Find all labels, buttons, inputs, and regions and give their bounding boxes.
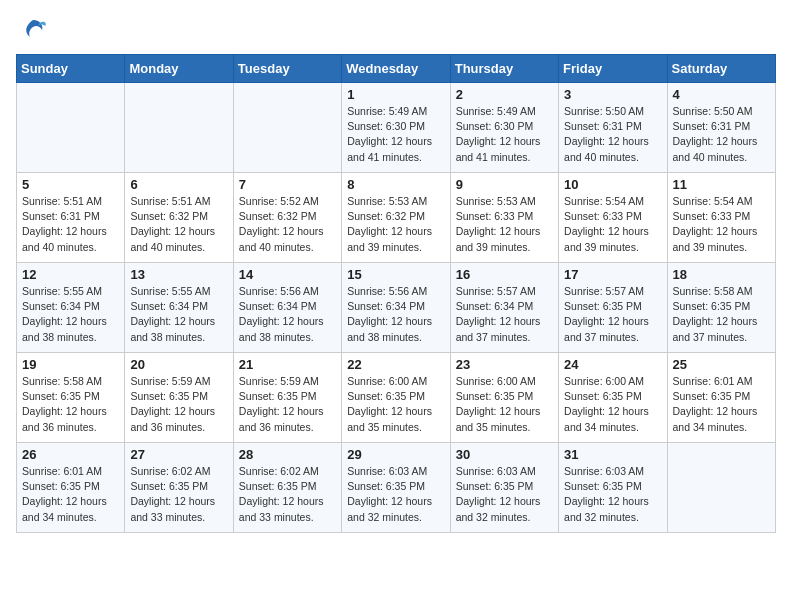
calendar-cell: 29Sunrise: 6:03 AM Sunset: 6:35 PM Dayli… [342,443,450,533]
calendar-cell: 9Sunrise: 5:53 AM Sunset: 6:33 PM Daylig… [450,173,558,263]
calendar-cell: 30Sunrise: 6:03 AM Sunset: 6:35 PM Dayli… [450,443,558,533]
day-info: Sunrise: 5:58 AM Sunset: 6:35 PM Dayligh… [673,284,770,345]
calendar-cell: 12Sunrise: 5:55 AM Sunset: 6:34 PM Dayli… [17,263,125,353]
calendar-cell: 28Sunrise: 6:02 AM Sunset: 6:35 PM Dayli… [233,443,341,533]
day-number: 2 [456,87,553,102]
day-number: 1 [347,87,444,102]
calendar-cell: 26Sunrise: 6:01 AM Sunset: 6:35 PM Dayli… [17,443,125,533]
header-friday: Friday [559,55,667,83]
week-row-4: 19Sunrise: 5:58 AM Sunset: 6:35 PM Dayli… [17,353,776,443]
day-number: 12 [22,267,119,282]
calendar-cell: 20Sunrise: 5:59 AM Sunset: 6:35 PM Dayli… [125,353,233,443]
week-row-3: 12Sunrise: 5:55 AM Sunset: 6:34 PM Dayli… [17,263,776,353]
calendar-cell: 21Sunrise: 5:59 AM Sunset: 6:35 PM Dayli… [233,353,341,443]
day-info: Sunrise: 5:55 AM Sunset: 6:34 PM Dayligh… [130,284,227,345]
calendar-cell: 15Sunrise: 5:56 AM Sunset: 6:34 PM Dayli… [342,263,450,353]
calendar-cell: 1Sunrise: 5:49 AM Sunset: 6:30 PM Daylig… [342,83,450,173]
day-number: 10 [564,177,661,192]
calendar-cell: 16Sunrise: 5:57 AM Sunset: 6:34 PM Dayli… [450,263,558,353]
day-info: Sunrise: 5:54 AM Sunset: 6:33 PM Dayligh… [564,194,661,255]
calendar-cell: 18Sunrise: 5:58 AM Sunset: 6:35 PM Dayli… [667,263,775,353]
day-info: Sunrise: 5:57 AM Sunset: 6:34 PM Dayligh… [456,284,553,345]
calendar-cell [17,83,125,173]
logo-bird-icon [20,16,48,44]
day-number: 7 [239,177,336,192]
day-number: 20 [130,357,227,372]
calendar-header-row: SundayMondayTuesdayWednesdayThursdayFrid… [17,55,776,83]
calendar-table: SundayMondayTuesdayWednesdayThursdayFrid… [16,54,776,533]
calendar-cell: 11Sunrise: 5:54 AM Sunset: 6:33 PM Dayli… [667,173,775,263]
header-thursday: Thursday [450,55,558,83]
week-row-1: 1Sunrise: 5:49 AM Sunset: 6:30 PM Daylig… [17,83,776,173]
header-monday: Monday [125,55,233,83]
day-info: Sunrise: 6:00 AM Sunset: 6:35 PM Dayligh… [456,374,553,435]
header-saturday: Saturday [667,55,775,83]
calendar-cell: 25Sunrise: 6:01 AM Sunset: 6:35 PM Dayli… [667,353,775,443]
day-number: 28 [239,447,336,462]
day-number: 6 [130,177,227,192]
day-info: Sunrise: 5:58 AM Sunset: 6:35 PM Dayligh… [22,374,119,435]
calendar-cell: 3Sunrise: 5:50 AM Sunset: 6:31 PM Daylig… [559,83,667,173]
day-info: Sunrise: 5:55 AM Sunset: 6:34 PM Dayligh… [22,284,119,345]
calendar-cell: 13Sunrise: 5:55 AM Sunset: 6:34 PM Dayli… [125,263,233,353]
day-info: Sunrise: 5:53 AM Sunset: 6:32 PM Dayligh… [347,194,444,255]
week-row-2: 5Sunrise: 5:51 AM Sunset: 6:31 PM Daylig… [17,173,776,263]
calendar-cell: 2Sunrise: 5:49 AM Sunset: 6:30 PM Daylig… [450,83,558,173]
calendar-cell: 10Sunrise: 5:54 AM Sunset: 6:33 PM Dayli… [559,173,667,263]
calendar-cell: 8Sunrise: 5:53 AM Sunset: 6:32 PM Daylig… [342,173,450,263]
day-number: 29 [347,447,444,462]
day-info: Sunrise: 6:03 AM Sunset: 6:35 PM Dayligh… [347,464,444,525]
day-number: 9 [456,177,553,192]
day-info: Sunrise: 5:49 AM Sunset: 6:30 PM Dayligh… [456,104,553,165]
day-info: Sunrise: 6:01 AM Sunset: 6:35 PM Dayligh… [22,464,119,525]
day-number: 22 [347,357,444,372]
day-info: Sunrise: 5:59 AM Sunset: 6:35 PM Dayligh… [239,374,336,435]
header-tuesday: Tuesday [233,55,341,83]
calendar-cell [233,83,341,173]
day-info: Sunrise: 5:59 AM Sunset: 6:35 PM Dayligh… [130,374,227,435]
day-number: 15 [347,267,444,282]
day-number: 18 [673,267,770,282]
day-number: 13 [130,267,227,282]
day-info: Sunrise: 5:56 AM Sunset: 6:34 PM Dayligh… [347,284,444,345]
header-sunday: Sunday [17,55,125,83]
calendar-cell: 14Sunrise: 5:56 AM Sunset: 6:34 PM Dayli… [233,263,341,353]
day-number: 19 [22,357,119,372]
day-info: Sunrise: 5:53 AM Sunset: 6:33 PM Dayligh… [456,194,553,255]
day-number: 21 [239,357,336,372]
day-number: 24 [564,357,661,372]
day-number: 8 [347,177,444,192]
calendar-cell: 4Sunrise: 5:50 AM Sunset: 6:31 PM Daylig… [667,83,775,173]
calendar-cell: 23Sunrise: 6:00 AM Sunset: 6:35 PM Dayli… [450,353,558,443]
day-number: 17 [564,267,661,282]
day-number: 27 [130,447,227,462]
calendar-cell: 24Sunrise: 6:00 AM Sunset: 6:35 PM Dayli… [559,353,667,443]
calendar-cell: 6Sunrise: 5:51 AM Sunset: 6:32 PM Daylig… [125,173,233,263]
calendar-cell [125,83,233,173]
day-info: Sunrise: 5:51 AM Sunset: 6:31 PM Dayligh… [22,194,119,255]
day-number: 14 [239,267,336,282]
day-number: 4 [673,87,770,102]
day-info: Sunrise: 6:02 AM Sunset: 6:35 PM Dayligh… [130,464,227,525]
calendar-cell: 31Sunrise: 6:03 AM Sunset: 6:35 PM Dayli… [559,443,667,533]
day-number: 26 [22,447,119,462]
week-row-5: 26Sunrise: 6:01 AM Sunset: 6:35 PM Dayli… [17,443,776,533]
day-info: Sunrise: 6:03 AM Sunset: 6:35 PM Dayligh… [456,464,553,525]
day-info: Sunrise: 6:00 AM Sunset: 6:35 PM Dayligh… [564,374,661,435]
day-number: 11 [673,177,770,192]
day-info: Sunrise: 6:02 AM Sunset: 6:35 PM Dayligh… [239,464,336,525]
calendar-cell: 22Sunrise: 6:00 AM Sunset: 6:35 PM Dayli… [342,353,450,443]
day-info: Sunrise: 5:51 AM Sunset: 6:32 PM Dayligh… [130,194,227,255]
logo [16,16,48,44]
calendar-cell: 27Sunrise: 6:02 AM Sunset: 6:35 PM Dayli… [125,443,233,533]
calendar-cell: 7Sunrise: 5:52 AM Sunset: 6:32 PM Daylig… [233,173,341,263]
day-info: Sunrise: 5:56 AM Sunset: 6:34 PM Dayligh… [239,284,336,345]
calendar-cell: 17Sunrise: 5:57 AM Sunset: 6:35 PM Dayli… [559,263,667,353]
day-info: Sunrise: 6:01 AM Sunset: 6:35 PM Dayligh… [673,374,770,435]
calendar-cell [667,443,775,533]
calendar-cell: 19Sunrise: 5:58 AM Sunset: 6:35 PM Dayli… [17,353,125,443]
day-number: 25 [673,357,770,372]
day-info: Sunrise: 5:49 AM Sunset: 6:30 PM Dayligh… [347,104,444,165]
day-info: Sunrise: 6:03 AM Sunset: 6:35 PM Dayligh… [564,464,661,525]
day-info: Sunrise: 5:50 AM Sunset: 6:31 PM Dayligh… [564,104,661,165]
